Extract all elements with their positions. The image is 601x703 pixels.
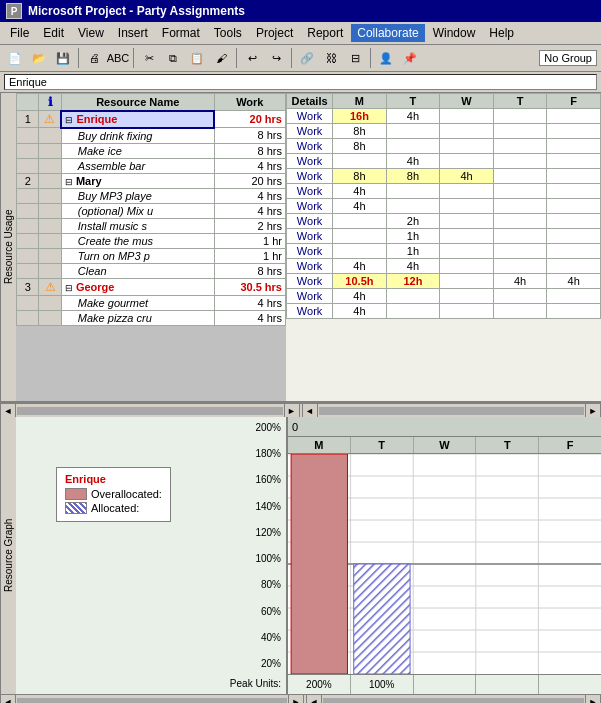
toolbar-split[interactable]: ⊟ (344, 47, 366, 69)
details-col-header: Details (287, 94, 333, 109)
col-header-num (17, 94, 39, 111)
detail-row: Work 4h (287, 184, 601, 199)
work-cell: 20 hrs (214, 173, 285, 188)
no-group-button[interactable]: No Group (539, 50, 597, 66)
lower-content: Resource Graph Enrique Overallocated: Al… (0, 417, 601, 694)
lower-left-panel: Resource Graph Enrique Overallocated: Al… (0, 417, 288, 694)
task-name-cell: Buy drink fixing (61, 128, 214, 144)
y-label-20: 20% (261, 658, 281, 669)
col-header-work: Work (214, 94, 285, 111)
resource-name-cell[interactable]: ⊟ Enrique (61, 111, 214, 128)
icon-cell (39, 143, 61, 158)
detail-row: Work 4h (287, 289, 601, 304)
toolbar-cut[interactable]: ✂ (138, 47, 160, 69)
menu-report[interactable]: Report (301, 24, 349, 42)
chart-day-f: F (539, 437, 601, 453)
work-cell: 4 hrs (214, 158, 285, 173)
task-name-cell: Install music s (61, 218, 214, 233)
legend-alloc-label: Allocated: (91, 502, 139, 514)
y-label-100: 100% (255, 553, 281, 564)
y-label-80: 80% (261, 579, 281, 590)
menu-file[interactable]: File (4, 24, 35, 42)
toolbar-new[interactable]: 📄 (4, 47, 26, 69)
row-number (17, 310, 39, 325)
graph-content-area: Enrique Overallocated: Allocated: 200% (16, 417, 286, 694)
toolbar-link[interactable]: 🔗 (296, 47, 318, 69)
lower-scroll-left2[interactable]: ◄ (306, 694, 322, 704)
menu-tools[interactable]: Tools (208, 24, 248, 42)
lower-scroll-left[interactable]: ◄ (0, 694, 16, 704)
toolbar-format-painter[interactable]: 🖌 (210, 47, 232, 69)
expand-icon: ⊟ (65, 115, 73, 125)
separator-5 (370, 48, 371, 68)
chart-svg (288, 454, 601, 674)
toolbar-print[interactable]: 🖨 (83, 47, 105, 69)
menu-help[interactable]: Help (483, 24, 520, 42)
y-label-180: 180% (255, 448, 281, 459)
work-cell: 2 hrs (214, 218, 285, 233)
toolbar-unlink[interactable]: ⛓ (320, 47, 342, 69)
work-cell: 30.5 hrs (214, 278, 285, 295)
info-icon: ℹ (48, 95, 53, 109)
table-row: (optional) Mix u 4 hrs (17, 203, 286, 218)
scroll-track[interactable] (17, 407, 283, 415)
resource-name: George (76, 281, 115, 293)
chart-bars-area (288, 454, 601, 674)
title-bar: P Microsoft Project - Party Assignments (0, 0, 601, 22)
menu-project[interactable]: Project (250, 24, 299, 42)
separator-2 (133, 48, 134, 68)
row-number: 2 (17, 173, 39, 188)
table-row: 1 ⚠ ⊟ Enrique 20 hrs (17, 111, 286, 128)
scroll-track2[interactable] (319, 407, 585, 415)
toolbar-spellcheck[interactable]: ABC (107, 47, 129, 69)
legend-overalloc-label: Overallocated: (91, 488, 162, 500)
toolbar-resource[interactable]: 👤 (375, 47, 397, 69)
lower-scroll-track2[interactable] (323, 698, 584, 704)
details-grid: Details M T W T F Work 16h 4h (286, 93, 601, 319)
menu-insert[interactable]: Insert (112, 24, 154, 42)
toolbar-assign[interactable]: 📌 (399, 47, 421, 69)
menu-edit[interactable]: Edit (37, 24, 70, 42)
work-cell: 20 hrs (214, 111, 285, 128)
peak-cell-t: 100% (351, 675, 414, 694)
menu-collaborate[interactable]: Collaborate (351, 24, 424, 42)
bar-monday-overalloc (291, 454, 347, 674)
legend-alloc: Allocated: (65, 502, 162, 514)
work-cell: 8 hrs (214, 128, 285, 144)
icon-cell (39, 203, 61, 218)
task-name-cell: Assemble bar (61, 158, 214, 173)
toolbar-copy[interactable]: ⧉ (162, 47, 184, 69)
task-name-cell: Buy MP3 playe (61, 188, 214, 203)
menu-window[interactable]: Window (427, 24, 482, 42)
table-row: Turn on MP3 p 1 hr (17, 248, 286, 263)
menu-format[interactable]: Format (156, 24, 206, 42)
legend-overalloc: Overallocated: (65, 488, 162, 500)
toolbar-save[interactable]: 💾 (52, 47, 74, 69)
menu-view[interactable]: View (72, 24, 110, 42)
resource-graph-label: Resource Graph (0, 417, 16, 694)
toolbar: 📄 📂 💾 🖨 ABC ✂ ⧉ 📋 🖌 ↩ ↪ 🔗 ⛓ ⊟ 👤 📌 No Gro… (0, 45, 601, 72)
detail-row: Work 4h (287, 304, 601, 319)
detail-row: Work 4h 4h (287, 259, 601, 274)
toolbar-open[interactable]: 📂 (28, 47, 50, 69)
expand-icon: ⊟ (65, 283, 73, 293)
detail-row: Work 4h (287, 199, 601, 214)
toolbar-undo[interactable]: ↩ (241, 47, 263, 69)
row-number: 1 (17, 111, 39, 128)
toolbar-paste[interactable]: 📋 (186, 47, 208, 69)
chart-marker-zero: 0 (292, 421, 298, 433)
table-row: Buy drink fixing 8 hrs (17, 128, 286, 144)
row-number: 3 (17, 278, 39, 295)
lower-scroll-track[interactable] (17, 698, 287, 704)
y-label-200: 200% (255, 422, 281, 433)
lower-scroll-right[interactable]: ► (288, 694, 304, 704)
table-row: Assemble bar 4 hrs (17, 158, 286, 173)
toolbar-redo[interactable]: ↪ (265, 47, 287, 69)
y-label-40: 40% (261, 632, 281, 643)
work-cell: 4 hrs (214, 310, 285, 325)
icon-cell (39, 263, 61, 278)
lower-scroll-right2[interactable]: ► (585, 694, 601, 704)
formula-input[interactable] (4, 74, 597, 90)
resource-name: Enrique (76, 113, 117, 125)
task-name-cell: Turn on MP3 p (61, 248, 214, 263)
